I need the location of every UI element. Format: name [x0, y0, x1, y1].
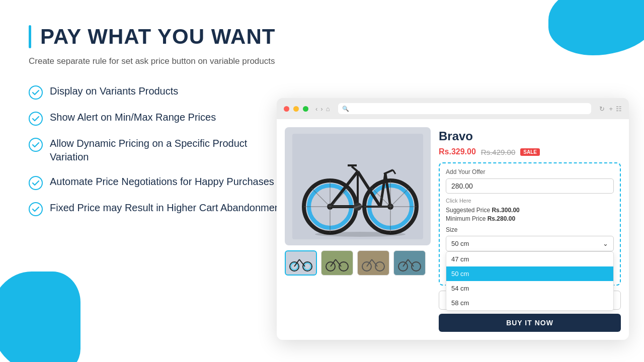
traffic-light-yellow[interactable]	[293, 106, 299, 112]
subtitle: Create separate rule for set ask price b…	[29, 56, 285, 66]
price-old: Rs.429.00	[481, 148, 515, 156]
size-label: Size	[446, 226, 614, 233]
svg-point-37	[315, 232, 406, 237]
heading-accent-line	[29, 25, 31, 48]
size-option-50cm[interactable]: 50 cm	[446, 266, 613, 281]
check-icon-fixed-price	[29, 202, 43, 216]
traffic-light-green[interactable]	[303, 106, 308, 112]
price-current: Rs.329.00	[439, 147, 476, 156]
click-here-link[interactable]: Click Here	[446, 198, 614, 204]
thumbnail-row	[285, 250, 431, 276]
check-icon-display-variants	[29, 85, 43, 100]
feature-text-allow-dynamic: Allow Dynamic Pricing on a Specific Prod…	[50, 137, 285, 164]
browser-home-button[interactable]: ⌂	[326, 105, 330, 113]
offer-box: Add Your Offer Click Here Suggested Pric…	[439, 162, 621, 286]
suggested-price-label: Suggested Price	[446, 207, 490, 214]
feature-text-fixed-price: Fixed Price may Result in Higher Cart Ab…	[50, 201, 283, 215]
size-option-54cm[interactable]: 54 cm	[446, 281, 613, 296]
browser-menu-button[interactable]: ☷	[616, 105, 622, 113]
feature-item-allow-dynamic: Allow Dynamic Pricing on a Specific Prod…	[29, 137, 285, 164]
blob-bottom-left-decor	[0, 272, 80, 362]
browser-toolbar: ‹ › ⌂ 🔍 ↻ + ☷	[277, 98, 629, 119]
browser-action-icons: + ☷	[609, 105, 622, 113]
traffic-light-red[interactable]	[284, 106, 289, 112]
heading-bar: PAY WHAT YOU WANT	[29, 25, 285, 48]
svg-point-2	[29, 138, 42, 151]
blob-top-right-decor	[548, 0, 644, 55]
svg-point-1	[29, 112, 42, 125]
browser-back-button[interactable]: ‹	[315, 105, 317, 113]
feature-item-show-alert: Show Alert on Min/Max Range Prices	[29, 111, 285, 126]
feature-item-fixed-price: Fixed Price may Result in Higher Cart Ab…	[29, 201, 285, 216]
min-price-label: Minimum Price	[446, 215, 486, 222]
suggested-price: Suggested Price Rs.300.00	[446, 207, 614, 214]
browser-refresh-button[interactable]: ↻	[599, 105, 605, 113]
offer-label: Add Your Offer	[446, 168, 614, 175]
min-price-value: Rs.280.00	[488, 215, 515, 222]
browser-content: Bravo Rs.329.00 Rs.429.00 SALE Add Your …	[277, 119, 629, 340]
main-title: PAY WHAT YOU WANT	[40, 25, 275, 48]
feature-list: Display on Variants Products Show Alert …	[29, 84, 285, 216]
feature-item-display-variants: Display on Variants Products	[29, 84, 285, 100]
size-select-wrapper: 50 cm ⌄ 47 cm 50 cm 54 cm 58 cm	[446, 236, 614, 251]
svg-point-0	[29, 86, 42, 99]
browser-add-tab-button[interactable]: +	[609, 105, 613, 113]
svg-point-4	[29, 203, 42, 216]
price-row: Rs.329.00 Rs.429.00 SALE	[439, 147, 621, 156]
sale-badge: SALE	[520, 148, 540, 156]
dropdown-chevron-icon: ⌄	[603, 240, 608, 247]
size-option-47cm[interactable]: 47 cm	[446, 252, 613, 266]
browser-nav-icons: ‹ › ⌂	[315, 105, 330, 113]
check-icon-show-alert	[29, 112, 43, 126]
svg-point-45	[339, 262, 348, 271]
browser-window: ‹ › ⌂ 🔍 ↻ + ☷	[277, 98, 629, 340]
bike-illustration	[292, 134, 423, 239]
check-icon-allow-dynamic	[29, 138, 43, 152]
feature-text-automate-price: Automate Price Negotiations for Happy Pu…	[50, 175, 274, 189]
thumbnail-3[interactable]	[357, 250, 389, 276]
size-select-display[interactable]: 50 cm ⌄	[446, 236, 614, 251]
min-price: Minimum Price Rs.280.00	[446, 215, 614, 222]
main-product-image	[285, 127, 431, 245]
product-images-panel	[285, 127, 431, 332]
offer-input[interactable]	[446, 178, 614, 194]
browser-address-bar[interactable]: 🔍	[338, 103, 592, 114]
check-icon-automate-price	[29, 176, 43, 190]
left-panel: PAY WHAT YOU WANT Create separate rule f…	[29, 25, 285, 216]
thumbnail-1[interactable]	[285, 250, 317, 276]
size-dropdown-menu: 47 cm 50 cm 54 cm 58 cm	[446, 251, 614, 311]
svg-point-53	[412, 262, 421, 271]
feature-text-show-alert: Show Alert on Min/Max Range Prices	[50, 111, 216, 124]
buy-now-button[interactable]: BUY IT NOW	[439, 314, 621, 332]
thumbnail-4[interactable]	[393, 250, 426, 276]
suggested-price-value: Rs.300.00	[492, 207, 519, 214]
size-option-58cm[interactable]: 58 cm	[446, 296, 613, 310]
product-name: Bravo	[439, 129, 621, 143]
browser-forward-button[interactable]: ›	[320, 105, 323, 113]
feature-text-display-variants: Display on Variants Products	[50, 84, 178, 98]
address-text: 🔍	[342, 106, 349, 112]
svg-point-3	[29, 176, 42, 190]
size-selected-value: 50 cm	[451, 240, 469, 247]
thumbnail-2[interactable]	[321, 250, 353, 276]
svg-point-49	[375, 262, 384, 271]
feature-item-automate-price: Automate Price Negotiations for Happy Pu…	[29, 175, 285, 190]
svg-point-41	[304, 263, 311, 270]
product-info-panel: Bravo Rs.329.00 Rs.429.00 SALE Add Your …	[439, 127, 621, 332]
